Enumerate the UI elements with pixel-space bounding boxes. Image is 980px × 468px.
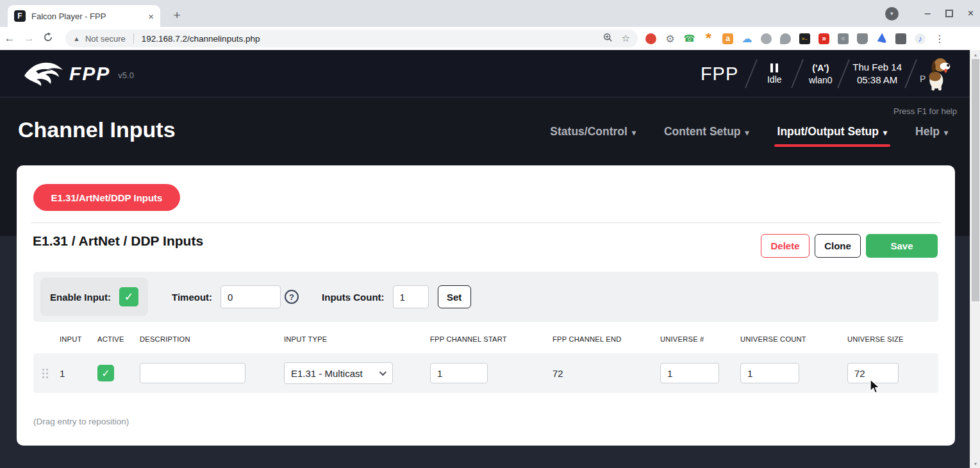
gear-icon[interactable]: ⚙ [665,33,676,44]
address-bar[interactable]: ▲ Not secure 192.168.7.2/channelinputs.p… [65,29,638,47]
universe-count-input[interactable] [740,363,799,383]
browser-menu-icon[interactable]: ⋮ [932,33,947,45]
fpp-version: v5.0 [118,71,134,80]
video-icon[interactable]: » [818,33,829,44]
cloud-icon[interactable]: ☁ [742,33,752,44]
tab-e131-artnet-ddp-inputs[interactable]: E1.31/ArtNet/DDP Inputs [33,184,180,211]
tab-title: Falcon Player - FPP [31,12,142,21]
datetime: Thu Feb 14 05:38 AM [852,61,902,87]
tablet-icon[interactable]: ○ [838,33,849,44]
refresh-icon[interactable] [38,32,58,46]
scroll-down-icon[interactable]: ▼ [970,459,980,468]
timeout-label: Timeout: [172,292,212,303]
active-checkbox[interactable]: ✓ [97,365,114,381]
delete-button[interactable]: Delete [761,234,810,258]
set-button[interactable]: Set [438,285,471,308]
universe-number-input[interactable] [660,363,719,383]
divider [31,222,941,223]
avatar[interactable]: P [925,56,952,92]
music-icon[interactable]: ♪ [915,33,926,44]
divider [904,59,917,88]
col-universe-count: UNIVERSE COUNT [740,335,847,343]
input-type-value: E1.31 - Multicast [291,368,379,379]
enable-input-checkbox[interactable]: ✓ [119,287,138,306]
chevron-down-icon [379,369,386,376]
divider [837,59,850,88]
chevron-down-icon: ▾ [883,128,887,137]
extensions-row: ⚙ ☎ * a ☁ >- » ○ ♪ [645,33,926,44]
favicon: F [14,10,26,22]
help-question-icon[interactable]: ? [285,290,299,304]
mouse-cursor [869,379,883,394]
chevron-down-icon: ▾ [632,128,636,137]
tab-close-icon[interactable]: × [148,11,154,22]
drag-hint: (Drag entry to reposition) [33,417,129,426]
scrollbar-thumb[interactable] [972,59,979,301]
inputs-count-label: Inputs Count: [322,292,384,303]
time-label: 05:38 AM [852,74,902,87]
adblock-icon[interactable] [645,33,656,44]
timeout-input[interactable] [220,285,281,308]
url-text[interactable]: 192.168.7.2/channelinputs.php [142,34,598,44]
person-icon[interactable] [857,33,868,44]
divider [133,33,134,44]
pause-icon [770,63,778,72]
puzzle-icon[interactable] [895,33,906,44]
sun-icon[interactable]: * [703,33,714,44]
maximize-button[interactable] [945,10,953,17]
fpp-channel-start-input[interactable] [430,363,488,383]
description-input[interactable] [140,363,245,383]
chevron-down-icon: ▾ [745,128,749,137]
player-status: Idle [760,63,788,85]
network-status: ('A') wlan0 [806,63,835,85]
amazon-icon[interactable]: a [722,33,733,44]
clone-button[interactable]: Clone [815,234,861,258]
table-header: INPUT ACTIVE DESCRIPTION INPUT TYPE FPP … [33,331,938,347]
browser-tab[interactable]: F Falcon Player - FPP × [8,5,160,27]
enable-input-label: Enable Input: [50,292,111,303]
warning-icon[interactable]: ▲ [73,35,80,42]
back-icon[interactable]: ← [0,32,19,45]
phone-icon[interactable]: ☎ [684,33,695,44]
browser-update-icon[interactable]: ▾ [885,7,899,21]
inputs-count-input[interactable] [393,285,429,308]
zoom-icon[interactable] [603,33,613,45]
avatar-letter: P [920,74,926,84]
date-label: Thu Feb 14 [852,61,902,74]
terminal-icon[interactable]: >- [799,33,810,44]
drag-handle-icon[interactable] [42,369,48,378]
feather-icon[interactable] [876,33,887,44]
col-active: ACTIVE [97,335,140,343]
menu-status-control[interactable]: Status/Control ▾ [550,125,636,138]
bookmark-star-icon[interactable]: ☆ [622,33,630,44]
scrollbar[interactable]: ▲ ▼ [970,50,980,468]
beagle-icon [925,56,952,92]
browser-toolbar: ← → ▲ Not secure 192.168.7.2/channelinpu… [0,27,980,50]
fpp-header: FPP v5.0 FPP Idle ('A') wlan0 Thu Feb 14… [0,50,970,97]
wifi-icon: ('A') [812,63,829,73]
fpp-page: FPP v5.0 FPP Idle ('A') wlan0 Thu Feb 14… [0,50,980,468]
col-description: DESCRIPTION [140,335,284,343]
scroll-up-icon[interactable]: ▲ [970,50,980,59]
balloon-icon[interactable] [780,33,791,44]
menu-help[interactable]: Help ▾ [915,125,948,138]
browser-titlebar: F Falcon Player - FPP × + ▾ – × [0,0,980,27]
fpp-logo-text[interactable]: FPP [69,63,110,85]
menu-content-setup[interactable]: Content Setup ▾ [664,125,749,138]
security-label: Not secure [85,34,126,44]
host-name: FPP [701,63,738,85]
new-tab-button[interactable]: + [168,6,186,24]
close-button[interactable]: × [968,8,974,19]
minimize-button[interactable]: – [925,8,931,19]
save-button[interactable]: Save [866,234,938,258]
enable-input-group: Enable Input: ✓ [40,278,148,316]
help-hint: Press F1 for help [893,106,957,116]
nut-icon[interactable] [761,33,772,44]
col-universe-size: UNIVERSE SIZE [847,335,940,343]
menu-input-output-setup[interactable]: Input/Output Setup ▾ [777,125,887,138]
col-input-type: INPUT TYPE [284,335,430,343]
input-type-select[interactable]: E1.31 - Multicast [284,362,393,384]
chevron-down-icon: ▾ [944,128,948,137]
main-menu: Status/Control ▾ Content Setup ▾ Input/O… [550,125,948,138]
divider [791,59,804,88]
